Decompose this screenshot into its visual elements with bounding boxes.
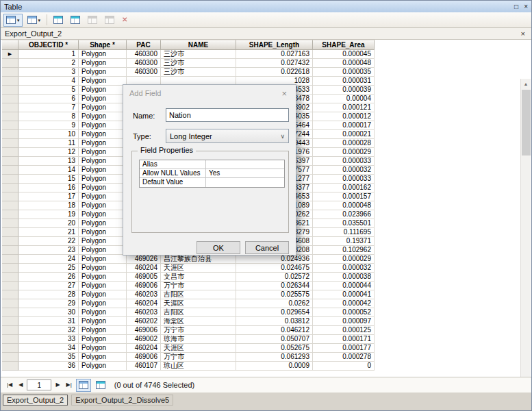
property-value[interactable]: Yes (206, 169, 284, 177)
table-row[interactable]: 29Polygon460204天涯区0.02620.000042 (2, 299, 375, 308)
table-row[interactable]: 28Polygon460203吉阳区0.0255750.000041 (2, 290, 375, 299)
ok-button[interactable]: OK (197, 241, 240, 254)
row-selector[interactable] (2, 335, 18, 344)
row-selector[interactable] (2, 121, 18, 130)
table-row[interactable]: 36Polygon460107琼山区0.00090 (2, 362, 375, 371)
column-header[interactable]: SHAPE_Length (236, 40, 313, 50)
row-selector[interactable] (2, 112, 18, 121)
field-type-dropdown[interactable]: Long Integer ∨ (166, 129, 289, 143)
switch-selection-button[interactable] (68, 14, 83, 27)
cell-length: 0.046212 (236, 326, 313, 335)
row-selector[interactable] (2, 353, 18, 362)
cell-objectid: 14 (18, 166, 79, 175)
row-selector[interactable] (2, 95, 18, 103)
row-selector[interactable] (2, 299, 18, 308)
table-row[interactable]: 35Polygon469006万宁市0.0612930.000278 (2, 353, 375, 362)
show-selected-records-button[interactable] (93, 379, 108, 392)
row-selector[interactable] (2, 175, 18, 184)
row-selector[interactable] (2, 282, 18, 290)
show-all-records-button[interactable] (76, 379, 91, 392)
column-header[interactable]: Shape * (79, 40, 127, 50)
column-header[interactable]: NAME (161, 40, 236, 50)
column-header[interactable]: SHAPE_Area (313, 40, 375, 50)
row-selector[interactable] (2, 192, 18, 201)
property-row[interactable]: Default Value (140, 178, 284, 187)
cell-length: 0.024675 (236, 264, 313, 273)
row-selector[interactable] (2, 308, 18, 317)
scroll-up-icon[interactable]: ▲ (521, 79, 531, 89)
property-row[interactable]: Alias (140, 160, 284, 169)
row-selector[interactable] (2, 317, 18, 326)
cell-area: 0.000157 (313, 192, 375, 201)
zoom-to-selected-button[interactable] (102, 14, 117, 27)
row-selector[interactable] (2, 201, 18, 210)
cell-length: 0.03812 (236, 317, 313, 326)
row-selector[interactable] (2, 68, 18, 77)
vertical-scrollbar[interactable]: ▲ ▼ (520, 79, 531, 377)
row-selector[interactable] (2, 166, 18, 175)
table-row[interactable]: 2Polygon460300三沙市0.0274320.000048 (2, 59, 375, 68)
row-selector[interactable] (2, 210, 18, 219)
close-icon[interactable]: × (524, 3, 528, 10)
row-selector[interactable] (2, 59, 18, 68)
row-selector[interactable] (2, 290, 18, 299)
row-selector[interactable] (2, 148, 18, 157)
clear-selection-button[interactable] (85, 14, 100, 27)
row-selector[interactable] (2, 77, 18, 86)
move-previous-button[interactable]: ◀ (16, 382, 25, 388)
row-selector[interactable] (2, 86, 18, 95)
dialog-close-icon[interactable]: × (279, 88, 290, 99)
sheet-tab[interactable]: Export_Output_2_Dissolve5 (71, 395, 173, 406)
record-input[interactable] (27, 379, 51, 390)
cell-objectid: 26 (18, 273, 79, 282)
row-selector[interactable] (2, 237, 18, 246)
column-header[interactable]: OBJECTID * (18, 40, 79, 50)
property-row[interactable]: Allow NULL ValuesYes (140, 169, 284, 178)
cancel-button[interactable]: Cancel (245, 241, 289, 254)
row-selector[interactable] (2, 344, 18, 353)
field-name-input[interactable] (166, 108, 289, 122)
row-selector[interactable] (2, 326, 18, 335)
table-row[interactable]: 24Polygon469026昌江黎族自治县0.0249360.000029 (2, 255, 375, 264)
row-selector[interactable] (2, 130, 18, 139)
maximize-icon[interactable]: □ (514, 3, 518, 10)
row-selector[interactable] (2, 139, 18, 148)
property-value[interactable] (206, 178, 284, 187)
sheet-close-icon[interactable]: × (519, 29, 527, 38)
row-selector[interactable] (2, 228, 18, 237)
move-next-button[interactable]: ▶ (53, 382, 62, 388)
related-tables-button[interactable]: ▾ (25, 14, 44, 27)
row-selector[interactable] (2, 255, 18, 264)
table-row[interactable]: 26Polygon469005文昌市0.025720.000038 (2, 273, 375, 282)
table-row[interactable]: 25Polygon460204天涯区0.0246750.000032 (2, 264, 375, 273)
delete-selected-button[interactable]: ✕ (119, 14, 130, 27)
move-first-button[interactable]: |◀ (5, 382, 14, 388)
cell-area: 0.000044 (313, 282, 375, 290)
move-last-button[interactable]: ▶| (64, 382, 74, 388)
row-selector[interactable] (2, 157, 18, 166)
sheet-tab[interactable]: Export_Output_2 (3, 395, 68, 406)
row-selector[interactable] (2, 103, 18, 112)
table-row[interactable]: 3Polygon460300三沙市0.0226180.000035 (2, 68, 375, 77)
column-header[interactable]: PAC (127, 40, 161, 50)
cell-shape: Polygon (79, 68, 127, 77)
cell-objectid: 3 (18, 68, 79, 77)
row-selector[interactable] (2, 184, 18, 192)
row-selector[interactable] (2, 273, 18, 282)
row-selector[interactable] (2, 264, 18, 273)
table-row[interactable]: ▶1Polygon460300三沙市0.0271630.000045 (2, 50, 375, 59)
table-row[interactable]: 34Polygon460204天涯区0.0526750.000177 (2, 344, 375, 353)
select-highlighted-button[interactable] (51, 14, 66, 27)
table-options-button[interactable]: ▾ (3, 14, 23, 27)
property-value[interactable] (206, 160, 284, 169)
row-selector[interactable] (2, 246, 18, 255)
table-row[interactable]: 33Polygon469002琼海市0.0507070.000171 (2, 335, 375, 344)
table-row[interactable]: 30Polygon460203吉阳区0.0296540.000052 (2, 308, 375, 317)
row-selector[interactable] (2, 219, 18, 228)
scrollbar-thumb[interactable] (522, 90, 531, 155)
row-selector[interactable] (2, 362, 18, 371)
row-selector[interactable]: ▶ (2, 50, 18, 59)
table-row[interactable]: 27Polygon469006万宁市0.0263440.000044 (2, 282, 375, 290)
table-row[interactable]: 32Polygon469006万宁市0.0462120.000125 (2, 326, 375, 335)
table-row[interactable]: 31Polygon460202海棠区0.038120.000097 (2, 317, 375, 326)
